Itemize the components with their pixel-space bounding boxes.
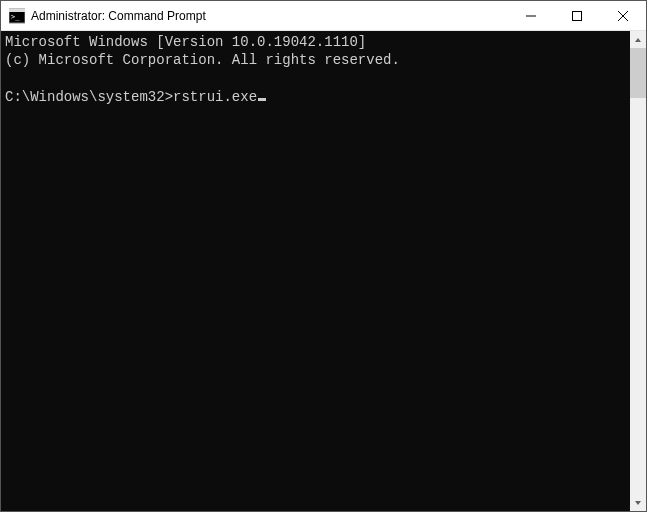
scroll-down-arrow-icon[interactable] xyxy=(630,494,646,511)
svg-marker-8 xyxy=(635,501,641,505)
maximize-button[interactable] xyxy=(554,1,600,30)
prompt-line: C:\Windows\system32>rstrui.exe xyxy=(5,88,626,106)
minimize-button[interactable] xyxy=(508,1,554,30)
scroll-up-arrow-icon[interactable] xyxy=(630,31,646,48)
titlebar[interactable]: >_ Administrator: Command Prompt xyxy=(1,1,646,31)
cmd-icon: >_ xyxy=(9,8,25,24)
scroll-thumb[interactable] xyxy=(630,48,646,98)
close-button[interactable] xyxy=(600,1,646,30)
typed-command: rstrui.exe xyxy=(173,88,257,106)
terminal-line: (c) Microsoft Corporation. All rights re… xyxy=(5,51,626,69)
terminal-blank-line xyxy=(5,69,626,87)
cursor-icon xyxy=(258,98,266,101)
vertical-scrollbar[interactable] xyxy=(630,31,646,511)
window-title: Administrator: Command Prompt xyxy=(31,9,508,23)
svg-marker-7 xyxy=(635,38,641,42)
svg-rect-4 xyxy=(573,11,582,20)
terminal-line: Microsoft Windows [Version 10.0.19042.11… xyxy=(5,33,626,51)
prompt-path: C:\Windows\system32> xyxy=(5,88,173,106)
scroll-track[interactable] xyxy=(630,48,646,494)
terminal-output[interactable]: Microsoft Windows [Version 10.0.19042.11… xyxy=(1,31,630,511)
command-prompt-window: >_ Administrator: Command Prompt Microso… xyxy=(0,0,647,512)
window-controls xyxy=(508,1,646,30)
svg-text:>_: >_ xyxy=(11,13,20,21)
content-area: Microsoft Windows [Version 10.0.19042.11… xyxy=(1,31,646,511)
svg-rect-1 xyxy=(9,9,25,12)
